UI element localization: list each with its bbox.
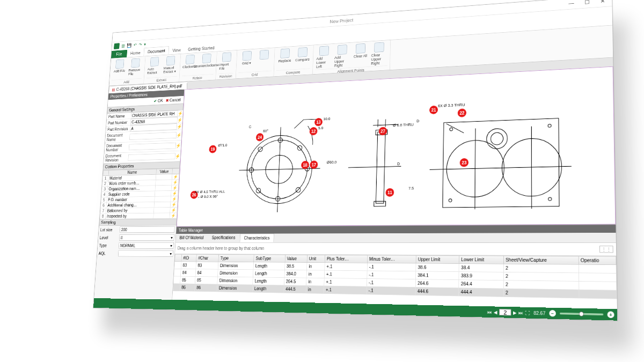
--button[interactable] [255,49,272,72]
prop-value[interactable] [155,190,171,196]
clear-upper-right-button[interactable]: Clear Upper Right [370,41,388,67]
tab-view[interactable]: View [169,46,185,55]
counterclockwise-button[interactable]: Counterclockwise [198,53,214,75]
page-number-input[interactable] [499,309,511,316]
field-input[interactable] [129,132,177,140]
svg-point-31 [548,197,552,201]
ok-button[interactable]: ✔OK [154,99,163,104]
replace-button[interactable]: Replace [276,47,294,70]
qat-new-icon[interactable]: ▥ [121,43,125,48]
qat-more-icon[interactable]: ▾ [144,42,146,47]
auto-extract-button[interactable]: Auto Extract [147,56,163,78]
prop-value[interactable] [154,202,171,208]
zoom-out-button[interactable]: − [549,310,555,317]
bolt-icon[interactable]: ⚡ [171,190,178,196]
col-value[interactable]: Value [285,255,308,262]
add-upper-right-button[interactable]: Add Upper Right [333,43,350,69]
type-select[interactable]: NORMAL▾ [119,242,174,249]
bolt-icon[interactable]: ⚡ [171,185,178,191]
sampling-header: Sampling [99,219,177,226]
lot-size-input[interactable]: 200 [120,226,175,233]
level-select[interactable]: II▾ [119,234,174,241]
manual-extract--button[interactable]: Manual Extract ▾ [162,55,178,77]
col-minus-toler-[interactable]: Minus Toler… [367,255,416,263]
prop-value[interactable] [155,180,172,186]
prop-value[interactable] [155,196,171,202]
dimension-label: 10.0 [323,117,330,121]
col-type[interactable]: Type [218,254,254,262]
properties-panel: Properties / Preferences ✔OK ✖Cancel Gen… [94,90,185,300]
col-operatio[interactable]: Operatio [579,256,616,265]
first-page-icon[interactable]: ⏮ [487,309,492,315]
dimension-label: D [397,161,400,166]
field-label: Part Number [106,119,131,126]
bolt-icon[interactable]: ⚡ [175,153,180,159]
bolt-icon[interactable]: ⚡ [170,213,177,219]
qat-undo-icon[interactable]: ↶ [134,42,137,47]
field-label: Document Revision [104,153,128,164]
bolt-icon[interactable]: ⚡ [178,111,183,116]
prev-page-icon[interactable]: ◀ [494,309,497,315]
col-subtype[interactable]: SubType [254,255,286,262]
minimize-icon[interactable]: — [564,0,579,8]
bolt-icon[interactable]: ⚡ [177,132,182,138]
bolt-icon[interactable]: ⚡ [177,124,182,129]
next-page-icon[interactable]: ▶ [513,310,517,315]
bolt-icon[interactable]: ⚡ [177,117,182,123]
col-plus-toler-[interactable]: Plus Toler… [325,255,367,263]
compare-button[interactable]: Compare [294,46,311,69]
import-file-button[interactable]: Import File [218,51,235,73]
dimension-label: Ø71.0 [218,143,227,147]
field-label: Part Name [107,113,131,120]
fit-page-icon[interactable]: ⛶ [525,310,530,315]
field-input[interactable] [129,143,176,150]
col-unit[interactable]: Unit [307,255,325,263]
last-page-icon[interactable]: ⏭ [518,310,523,315]
col--char[interactable]: #Char [196,254,219,262]
subtab-specifications[interactable]: Specifications [208,234,239,242]
zoom-slider[interactable] [560,313,603,315]
bolt-icon[interactable]: ⚡ [170,207,177,213]
col-upper-limit[interactable]: Upper Limit [416,255,459,263]
dimension-label: 60° [263,129,268,133]
grid-settings-icon[interactable]: ⋮⋮ [599,246,613,253]
qat-save-icon[interactable]: 💾 [127,43,131,48]
svg-line-32 [446,123,464,134]
prop-value[interactable] [153,208,170,213]
aql-select[interactable]: ▾ [118,250,173,257]
tab-home[interactable]: Home [127,49,144,57]
subtab-characteristics[interactable]: Characteristics [239,234,274,242]
bolt-icon[interactable]: ⚡ [170,202,177,208]
custom-properties-table: NameValue 1Material⚡2Work order numb…⚡3O… [100,168,180,219]
prop-value[interactable] [153,213,170,219]
cancel-button[interactable]: ✖Cancel [166,98,181,102]
grid--button[interactable]: Grid ▾ [238,50,255,72]
col--id[interactable]: #ID [181,254,196,262]
bolt-icon[interactable]: ⚡ [171,196,178,202]
field-input[interactable] [128,153,175,160]
bolt-icon[interactable]: ⚡ [172,180,179,186]
subtab-bill-of-material[interactable]: Bill Of Material [175,234,207,242]
col-lower-limit[interactable]: Lower Limit [459,256,503,264]
maximize-icon[interactable]: ☐ [580,0,595,7]
svg-line-4 [277,127,281,212]
col-sheet-view-capture[interactable]: Sheet/View/Capture [503,256,579,264]
table-manager-tabs: Bill Of MaterialSpecificationsCharacteri… [175,233,616,243]
tab-file[interactable]: File [111,50,127,58]
drawing-canvas[interactable]: 192426131218172721222311CØ71.060°10.05.0… [177,67,616,227]
add-lower-left-button[interactable]: Add Lower Left [315,45,332,69]
qat-redo-icon[interactable]: ↷ [138,42,142,47]
bolt-icon[interactable]: ⚡ [172,174,179,180]
zoom-in-button[interactable]: + [608,311,614,318]
prop-value[interactable] [156,174,172,180]
chevron-down-icon: ▾ [171,235,173,240]
remove-file-button[interactable]: Remove File [127,57,143,79]
select-all-header[interactable] [175,254,182,262]
bolt-icon[interactable]: ⚡ [175,143,181,149]
close-icon[interactable]: ✕ [595,0,610,6]
add-file-button[interactable]: Add File [112,58,127,80]
svg-rect-13 [376,132,385,204]
dimension-label: 7.5 [408,186,414,190]
clear-all-button[interactable]: Clear All [352,42,369,68]
prop-value[interactable] [155,185,172,191]
